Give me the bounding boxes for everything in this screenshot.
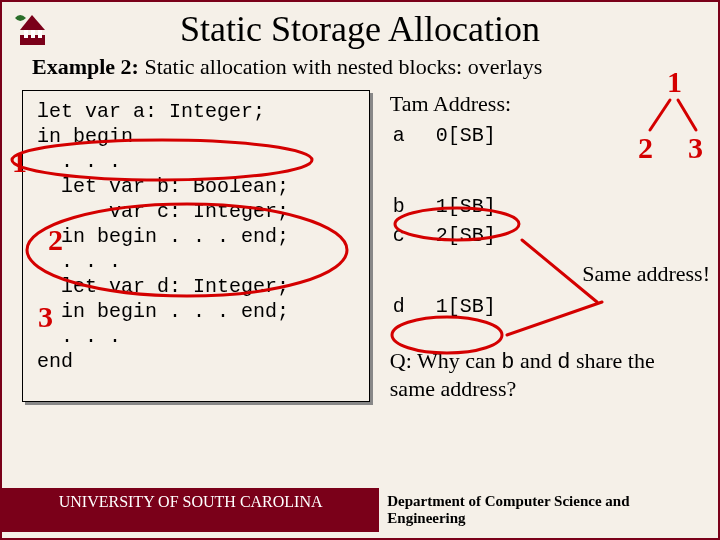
code-listing: let var a: Integer; in begin . . . let v… [22,90,370,402]
footer: UNIVERSITY OF SOUTH CAROLINA Department … [2,488,718,532]
addr-name: b [392,193,433,220]
slide: Static Storage Allocation Example 2: Sta… [0,0,720,540]
svg-rect-1 [24,30,28,38]
q-var-d: d [557,350,570,375]
addr-value: 0[SB] [435,122,524,149]
addr-value: 1[SB] [435,193,524,220]
question-text: Q: Why can b and d share the same addres… [390,348,698,403]
slide-title: Static Storage Allocation [2,8,718,50]
table-row: b 1[SB] [392,193,524,220]
addr-name: d [392,293,433,320]
addr-name: c [392,222,433,249]
same-address-label: Same address! [582,260,710,288]
svg-rect-2 [31,30,35,38]
slide-subtitle: Example 2: Static allocation with nested… [32,54,718,80]
addr-value: 1[SB] [435,293,524,320]
footer-university: UNIVERSITY OF SOUTH CAROLINA [2,488,379,532]
content-area: let var a: Integer; in begin . . . let v… [22,90,698,402]
address-table: a 0[SB] [390,120,526,151]
footer-department: Department of Computer Science and Engin… [379,488,718,532]
address-header: Tam Address: [390,90,698,118]
table-row: a 0[SB] [392,122,524,149]
university-logo [10,10,55,50]
addr-name: a [392,122,433,149]
q-var-b: b [501,350,514,375]
address-table: d 1[SB] [390,291,526,322]
q-prefix: Q: Why can [390,348,501,373]
address-column: Tam Address: a 0[SB] b 1[SB] c 2[SB] [390,90,698,402]
subtitle-text: Static allocation with nested blocks: ov… [144,54,542,79]
example-label: Example 2: [32,54,139,79]
table-row: c 2[SB] [392,222,524,249]
addr-value: 2[SB] [435,222,524,249]
address-table: b 1[SB] c 2[SB] [390,191,526,251]
svg-rect-3 [38,30,42,38]
q-mid: and [514,348,557,373]
table-row: d 1[SB] [392,293,524,320]
